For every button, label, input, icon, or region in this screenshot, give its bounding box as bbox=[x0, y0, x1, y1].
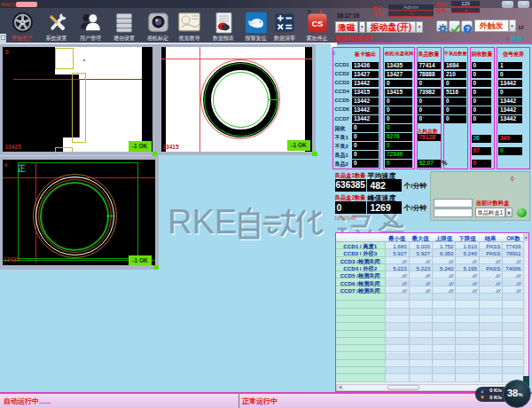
svg-text:?: ? bbox=[466, 25, 470, 33]
svg-text:CS: CS bbox=[311, 20, 323, 28]
